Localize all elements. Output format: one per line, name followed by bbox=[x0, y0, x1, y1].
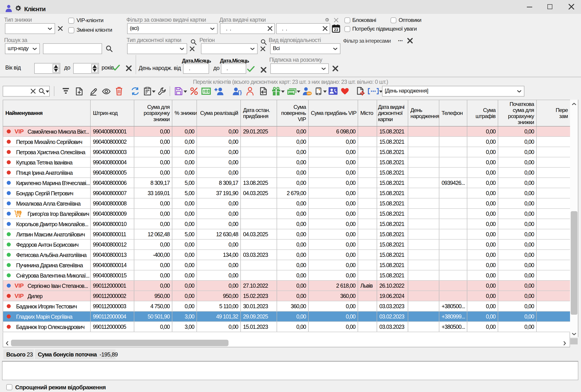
svg-text:{}: {} bbox=[238, 89, 242, 95]
svg-text:23: 23 bbox=[334, 28, 338, 32]
